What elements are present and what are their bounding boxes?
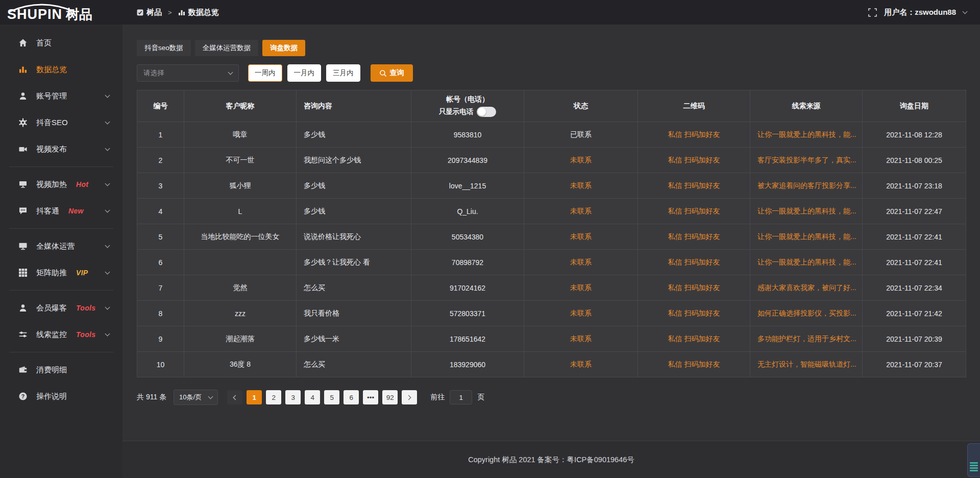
page-button-5[interactable]: 5 xyxy=(324,390,339,404)
sidebar-item-matrix-boost[interactable]: 矩阵助推 VIP xyxy=(0,259,122,286)
sidebar-item-data-overview[interactable]: 数据总览 xyxy=(0,56,122,83)
cell-status: 未联系 xyxy=(524,199,638,224)
sidebar-item-member-burst[interactable]: 会员爆客 Tools xyxy=(0,295,122,321)
range-month-button[interactable]: 一月内 xyxy=(287,64,322,82)
cell-qrcode[interactable]: 私信 扫码加好友 xyxy=(638,224,750,250)
sidebar-item-video-publish[interactable]: 视频发布 xyxy=(0,136,122,162)
query-button[interactable]: 查询 xyxy=(371,64,413,82)
fullscreen-icon[interactable] xyxy=(868,8,877,17)
tab-douyin-seo-data[interactable]: 抖音seo数据 xyxy=(137,40,191,56)
cell-status: 未联系 xyxy=(524,250,638,275)
range-week-button[interactable]: 一周内 xyxy=(248,64,282,82)
tab-inquiry-data[interactable]: 询盘数据 xyxy=(262,40,305,56)
chevron-down-icon[interactable] xyxy=(963,9,968,14)
main-content: 抖音seo数据 全媒体运营数据 询盘数据 请选择 一周内 一月内 三月内 查询 xyxy=(122,25,980,478)
cell-source[interactable]: 让你一眼就爱上的黑科技，能... xyxy=(750,224,863,250)
cell-qrcode[interactable]: 私信 扫码加好友 xyxy=(638,122,750,148)
page-button-3[interactable]: 3 xyxy=(285,390,301,404)
cell-status: 未联系 xyxy=(524,148,638,173)
sidebar-item-help[interactable]: ? 操作说明 xyxy=(0,383,122,410)
cell-source[interactable]: 客厅安装投影半年多了，真实... xyxy=(750,148,863,173)
cell-id: 10 xyxy=(137,352,184,377)
page-button-2[interactable]: 2 xyxy=(266,390,281,404)
app: SHUPIN 树品 树品 > 数据总览 用户名：zswodun88 首页 xyxy=(0,0,980,478)
total-count: 共 911 条 xyxy=(137,393,166,402)
cell-nickname: 潮起潮落 xyxy=(184,326,297,352)
prev-page-button[interactable] xyxy=(227,390,242,404)
cell-date: 2021-11-08 12:28 xyxy=(863,122,966,148)
top-header: SHUPIN 树品 树品 > 数据总览 用户名：zswodun88 xyxy=(0,0,980,25)
cell-qrcode[interactable]: 私信 扫码加好友 xyxy=(638,275,750,301)
page-size-select[interactable]: 10条/页 xyxy=(174,390,218,405)
cell-qrcode[interactable]: 私信 扫码加好友 xyxy=(638,199,750,224)
page-button-1[interactable]: 1 xyxy=(247,390,262,404)
page-button-92[interactable]: 92 xyxy=(382,390,398,404)
cell-account: love__1215 xyxy=(411,173,524,199)
chevron-down-icon xyxy=(105,181,110,186)
cell-nickname: 哦章 xyxy=(184,122,297,148)
table-row: 5当地比较能吃的一位美女说说价格让我死心50534380未联系私信 扫码加好友让… xyxy=(137,224,966,250)
sidebar-item-omni-media[interactable]: 全媒体运营 xyxy=(0,233,122,259)
search-icon xyxy=(379,69,387,77)
cell-source[interactable]: 让你一眼就爱上的黑科技，能... xyxy=(750,250,863,275)
cell-source[interactable]: 感谢大家喜欢我家，被问了好... xyxy=(750,275,863,301)
cell-content: 我只看价格 xyxy=(297,301,411,326)
video-camera-icon xyxy=(18,145,28,154)
cell-source[interactable]: 让你一眼就爱上的黑科技，能... xyxy=(750,199,863,224)
badge-tools: Tools xyxy=(76,304,95,312)
page-button-4[interactable]: 4 xyxy=(305,390,320,404)
cell-content: 说说价格让我死心 xyxy=(297,224,411,250)
cell-source[interactable]: 多功能护栏灯，适用于乡村文... xyxy=(750,326,863,352)
cell-qrcode[interactable]: 私信 扫码加好友 xyxy=(638,301,750,326)
table-row: 1036度 8怎么买183929060未联系私信 扫码加好友无主灯设计，智能磁吸… xyxy=(137,352,966,377)
page-ellipsis-button[interactable]: ••• xyxy=(363,390,378,404)
username-label[interactable]: 用户名：zswodun88 xyxy=(884,8,956,17)
breadcrumb-root[interactable]: 树品 xyxy=(146,8,162,17)
next-page-button[interactable] xyxy=(402,390,417,404)
table-row: 7觉然怎么买917024162未联系私信 扫码加好友感谢大家喜欢我家，被问了好.… xyxy=(137,275,966,301)
cell-source[interactable]: 让你一眼就爱上的黑科技，能... xyxy=(750,122,863,148)
cell-id: 3 xyxy=(137,173,184,199)
tab-omni-media-data[interactable]: 全媒体运营数据 xyxy=(195,40,259,56)
floating-widget[interactable] xyxy=(967,443,980,477)
table-body: 1哦章多少钱9583810已联系私信 扫码加好友让你一眼就爱上的黑科技，能...… xyxy=(137,122,966,377)
cell-status: 未联系 xyxy=(524,224,638,250)
inquiry-table: 编号 客户昵称 咨询内容 帐号（电话） 只显示电话 状态 二维码 线索来源 询盘… xyxy=(137,90,966,377)
sidebar: 首页 数据总览 账号管理 抖音SEO 视频发布 视频加热 Hot xyxy=(0,25,122,478)
cell-source[interactable]: 如何正确选择投影仪，买投影... xyxy=(750,301,863,326)
cell-qrcode[interactable]: 私信 扫码加好友 xyxy=(638,250,750,275)
cell-nickname: 36度 8 xyxy=(184,352,297,377)
chevron-down-icon xyxy=(228,70,233,75)
cell-content: 怎么买 xyxy=(297,275,411,301)
cell-qrcode[interactable]: 私信 扫码加好友 xyxy=(638,326,750,352)
sidebar-item-home[interactable]: 首页 xyxy=(0,30,122,56)
range-quarter-button[interactable]: 三月内 xyxy=(326,64,360,82)
cell-account: 178651642 xyxy=(411,326,524,352)
brand-logo[interactable]: SHUPIN 树品 xyxy=(0,0,122,25)
table-header-row: 编号 客户昵称 咨询内容 帐号（电话） 只显示电话 状态 二维码 线索来源 询盘… xyxy=(137,90,966,122)
cell-date: 2021-11-07 22:47 xyxy=(863,199,966,224)
phone-only-toggle[interactable] xyxy=(477,107,496,117)
sidebar-item-douketong[interactable]: 抖客通 New xyxy=(0,198,122,224)
select-placeholder: 请选择 xyxy=(143,68,164,78)
home-icon xyxy=(18,38,28,47)
account-select[interactable]: 请选择 xyxy=(137,64,239,82)
page-button-6[interactable]: 6 xyxy=(344,390,359,404)
wallet-icon xyxy=(18,365,28,374)
sidebar-item-account[interactable]: 账号管理 xyxy=(0,83,122,109)
sidebar-item-video-heat[interactable]: 视频加热 Hot xyxy=(0,171,122,198)
sidebar-item-spend-detail[interactable]: 消费明细 xyxy=(0,356,122,383)
chevron-down-icon xyxy=(105,243,110,248)
sliders-icon xyxy=(18,330,28,339)
cell-qrcode[interactable]: 私信 扫码加好友 xyxy=(638,148,750,173)
sidebar-item-lead-monitor[interactable]: 线索监控 Tools xyxy=(0,321,122,348)
chevron-down-icon xyxy=(105,146,110,151)
cell-source[interactable]: 无主灯设计，智能磁吸轨道灯... xyxy=(750,352,863,377)
logo-arc-icon xyxy=(6,2,78,13)
cell-qrcode[interactable]: 私信 扫码加好友 xyxy=(638,352,750,377)
cell-source[interactable]: 被大家追着问的客厅投影分享... xyxy=(750,173,863,199)
sidebar-item-douyin-seo[interactable]: 抖音SEO xyxy=(0,109,122,136)
cell-qrcode[interactable]: 私信 扫码加好友 xyxy=(638,173,750,199)
table-row: 2不可一世我想问这个多少钱2097344839未联系私信 扫码加好友客厅安装投影… xyxy=(137,148,966,173)
goto-page-input[interactable] xyxy=(450,390,472,404)
